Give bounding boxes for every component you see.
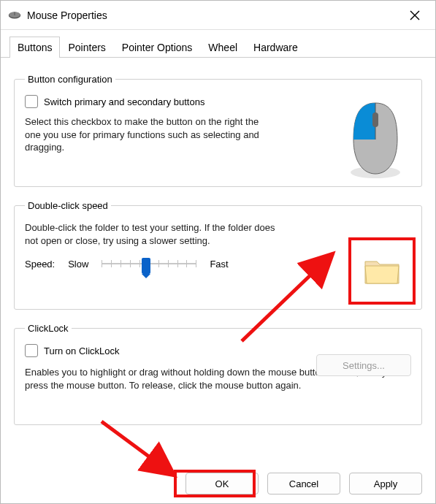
speed-slider[interactable] xyxy=(102,256,196,271)
svg-line-9 xyxy=(102,421,175,476)
switch-buttons-label: Switch primary and secondary buttons xyxy=(44,96,204,107)
tab-hardware[interactable]: Hardware xyxy=(245,37,306,58)
tab-pointers[interactable]: Pointers xyxy=(60,37,113,58)
dialog-footer: OK Cancel Apply xyxy=(186,473,422,495)
clicklock-checkbox[interactable] xyxy=(25,344,38,357)
apply-button[interactable]: Apply xyxy=(349,473,422,495)
mouse-icon xyxy=(8,11,21,20)
mouse-properties-window: Mouse Properties Buttons Pointers Pointe… xyxy=(0,0,436,504)
close-icon xyxy=(410,10,420,20)
tabstrip: Buttons Pointers Pointer Options Wheel H… xyxy=(1,30,435,58)
clicklock-label: Turn on ClickLock xyxy=(44,345,120,356)
tab-content: Button configuration Switch primary and … xyxy=(1,58,435,482)
tab-wheel[interactable]: Wheel xyxy=(200,37,245,58)
switch-buttons-checkbox[interactable] xyxy=(25,95,38,108)
clicklock-settings-button: Settings... xyxy=(316,354,411,376)
close-button[interactable] xyxy=(402,5,428,26)
mouse-illustration xyxy=(343,99,408,180)
group-legend: Button configuration xyxy=(25,74,115,85)
group-clicklock: ClickLock Turn on ClickLock Settings... … xyxy=(14,323,422,425)
cancel-button[interactable]: Cancel xyxy=(267,473,340,495)
slider-thumb[interactable] xyxy=(142,258,150,274)
fast-label: Fast xyxy=(210,259,228,270)
tab-pointer-options[interactable]: Pointer Options xyxy=(114,37,201,58)
slow-label: Slow xyxy=(68,259,88,270)
folder-highlight xyxy=(348,237,416,305)
dcs-description: Double-click the folder to test your set… xyxy=(25,221,288,248)
tab-buttons[interactable]: Buttons xyxy=(9,37,60,58)
group-legend: ClickLock xyxy=(25,323,72,334)
svg-rect-7 xyxy=(372,112,378,127)
annotation-arrow-ok xyxy=(96,416,191,489)
speed-label: Speed: xyxy=(25,259,55,270)
switch-buttons-description: Select this checkbox to make the button … xyxy=(25,115,266,154)
group-legend: Double-click speed xyxy=(25,200,111,211)
folder-icon[interactable] xyxy=(364,256,400,286)
group-double-click-speed: Double-click speed Double-click the fold… xyxy=(14,200,422,310)
group-button-configuration: Button configuration Switch primary and … xyxy=(14,74,422,187)
ok-button[interactable]: OK xyxy=(186,473,259,495)
titlebar: Mouse Properties xyxy=(1,1,435,30)
window-title: Mouse Properties xyxy=(27,9,402,21)
